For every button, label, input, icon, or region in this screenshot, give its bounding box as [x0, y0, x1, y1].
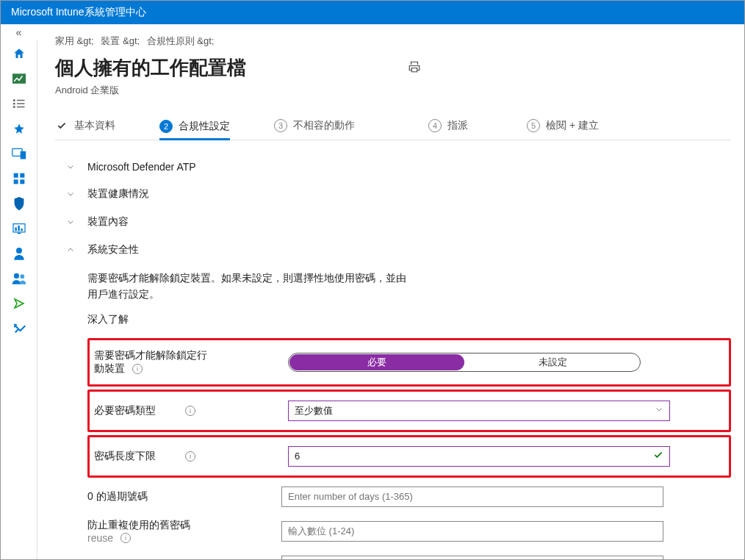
breadcrumb-item[interactable]: 裝置 &gt;	[101, 35, 140, 46]
svg-rect-6	[17, 107, 25, 108]
check-icon	[55, 119, 68, 132]
svg-point-20	[20, 274, 24, 279]
breadcrumb-item[interactable]: 家用 &gt;	[55, 35, 94, 46]
step-review[interactable]: 5 檢閱 + 建立	[527, 115, 599, 140]
step-assignments[interactable]: 4 指派	[428, 115, 468, 140]
svg-rect-4	[17, 103, 25, 104]
svg-rect-9	[13, 173, 18, 178]
chevron-down-icon	[65, 189, 76, 199]
svg-rect-16	[21, 229, 22, 231]
label-expiration: 0 的過期號碼	[87, 490, 281, 503]
svg-rect-0	[12, 73, 26, 84]
input-expiration-days[interactable]	[281, 487, 663, 507]
highlight-require-password: 需要密碼才能解除鎖定行 動裝置i 必要 未設定	[87, 338, 731, 387]
toggle-option-notconfigured[interactable]: 未設定	[465, 353, 640, 371]
chevron-up-icon	[65, 245, 76, 255]
svg-rect-2	[17, 100, 25, 101]
header-title: Microsoft Intune系統管理中心	[11, 6, 146, 19]
svg-rect-15	[18, 226, 19, 231]
chevron-down-icon	[65, 162, 76, 172]
list-icon[interactable]	[12, 96, 26, 111]
section-defender[interactable]: Microsoft Defender ATP	[65, 154, 731, 180]
sidebar-collapse-toggle[interactable]: «	[1, 24, 37, 40]
step-noncompliance[interactable]: 3 不相容的動作	[274, 115, 355, 140]
label-prevent-reuse: 防止重複使用的舊密碼 reusei	[87, 519, 281, 544]
info-icon[interactable]: i	[120, 533, 131, 543]
troubleshoot-icon[interactable]	[12, 321, 26, 336]
svg-rect-8	[20, 151, 25, 159]
toggle-require-password[interactable]: 必要 未設定	[288, 353, 641, 372]
svg-rect-17	[17, 233, 21, 234]
svg-point-1	[12, 99, 15, 101]
section-description: 需要密碼才能解除鎖定裝置。如果未設定，則選擇性地使用密碼，並由用戶進行設定。	[87, 270, 411, 303]
section-system-security[interactable]: 系統安全性	[65, 236, 731, 264]
svg-point-18	[16, 248, 22, 254]
groups-icon[interactable]	[12, 271, 26, 286]
select-idle-minutes[interactable]: 未設定	[281, 556, 663, 559]
breadcrumb: 家用 &gt; 裝置 &gt; 合規性原則 &gt;	[55, 35, 731, 48]
page-title: 個人擁有的工作配置檔	[55, 55, 246, 81]
home-icon[interactable]	[12, 46, 26, 61]
svg-point-5	[12, 106, 15, 108]
step-basics[interactable]: 基本資料	[55, 115, 115, 140]
info-icon[interactable]: i	[185, 406, 195, 416]
select-password-type[interactable]: 至少數值	[288, 401, 670, 421]
platform-subtitle: Android 企業版	[55, 84, 731, 97]
highlight-password-type: 必要密碼類型i 至少數值	[87, 390, 731, 432]
svg-rect-14	[15, 227, 16, 231]
breadcrumb-item[interactable]: 合規性原則 &gt;	[147, 35, 215, 46]
chevron-down-icon	[65, 217, 76, 227]
step-tabs: 基本資料 2 合規性設定 3 不相容的動作 4 指派 5 檢閱 + 建立	[55, 115, 731, 140]
svg-point-3	[12, 103, 15, 105]
devices-icon[interactable]	[12, 146, 26, 161]
toggle-option-require[interactable]: 必要	[289, 354, 464, 370]
svg-rect-10	[20, 173, 24, 178]
info-icon[interactable]: i	[132, 364, 143, 374]
print-icon[interactable]	[408, 60, 421, 76]
input-prevent-reuse[interactable]	[281, 521, 663, 542]
dashboard-icon[interactable]	[12, 71, 26, 86]
svg-rect-11	[13, 179, 18, 184]
step-compliance[interactable]: 2 合規性設定	[159, 115, 230, 140]
tenant-icon[interactable]	[12, 296, 26, 311]
section-health[interactable]: 裝置健康情況	[65, 180, 731, 208]
apps-icon[interactable]	[12, 171, 26, 186]
learn-more-link[interactable]: 深入了解	[87, 313, 731, 326]
label-password-type: 必要密碼類型i	[94, 404, 288, 417]
svg-rect-12	[20, 179, 24, 184]
main-content: 家用 &gt; 裝置 &gt; 合規性原則 &gt; 個人擁有的工作配置檔 An…	[37, 24, 744, 559]
user-icon[interactable]	[12, 246, 26, 261]
info-icon[interactable]: i	[185, 451, 195, 462]
security-icon[interactable]	[12, 196, 26, 211]
label-require-password: 需要密碼才能解除鎖定行 動裝置i	[94, 349, 288, 376]
chevron-down-icon	[655, 405, 663, 416]
reports-icon[interactable]	[12, 221, 26, 236]
sidebar	[1, 40, 37, 559]
check-icon	[653, 450, 663, 462]
section-properties[interactable]: 裝置內容	[65, 208, 731, 236]
highlight-min-length: 密碼長度下限i 6	[87, 435, 731, 478]
star-icon[interactable]	[12, 121, 26, 136]
label-min-length: 密碼長度下限i	[94, 450, 288, 463]
svg-point-19	[13, 273, 18, 279]
input-min-length[interactable]: 6	[288, 446, 670, 467]
top-header: Microsoft Intune系統管理中心	[1, 1, 744, 24]
